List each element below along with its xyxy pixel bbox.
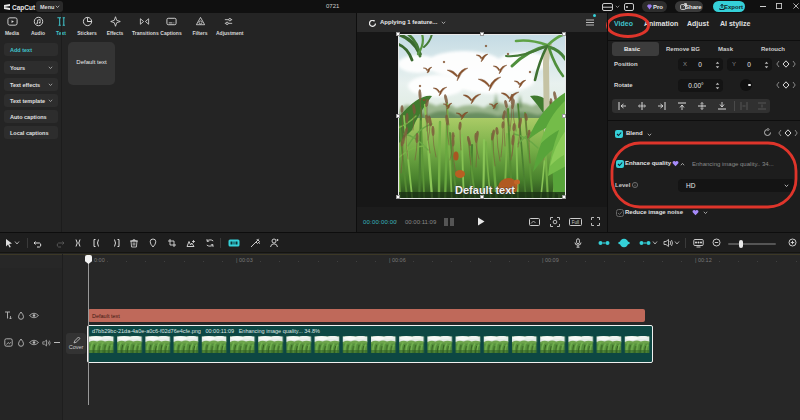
svg-text:Full: Full — [572, 220, 579, 225]
